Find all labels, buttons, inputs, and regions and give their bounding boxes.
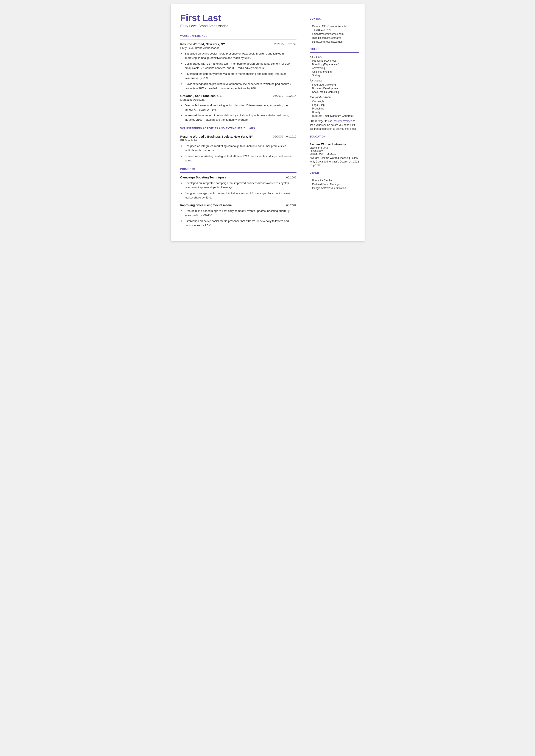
contact-email: email@resumeworded.com (310, 33, 359, 36)
other-2: Certified Brand Manager. (310, 183, 359, 186)
job-1-bullet-1: Sustained an active social media presenc… (185, 51, 296, 60)
hard-skills-list: Marketing (Advanced) Branding (Experienc… (310, 59, 359, 77)
promo-text-intro: Don't forget to use (311, 120, 333, 123)
project-2-date: 04/2009 (286, 204, 296, 207)
hard-skill-5: Styling (310, 74, 359, 77)
technique-3: Social Media Marketing (310, 91, 359, 94)
skills-section: SKILLS Hard Skills: Marketing (Advanced)… (310, 48, 359, 131)
techniques-list: Integrated Marketing Business Developmen… (310, 83, 359, 94)
vol-job-1-date: 06/2009 – 04/2010 (273, 135, 296, 138)
edu-location: Boston, MA — 05/2010 (310, 153, 359, 155)
vol-job-1-title: PR Specialist (180, 139, 296, 142)
job-2-title: Marketing Assistant (180, 98, 296, 101)
hard-skill-3: Advertising (310, 67, 359, 70)
job-2-company: Growthsi, San Francisco, CA (180, 94, 222, 98)
education-title: EDUCATION (310, 135, 359, 138)
project-1-title: Campaign Boosting Techniques (180, 176, 226, 179)
tool-4: Brandy (310, 111, 359, 114)
tagline: Entry Level Brand Ambassador (180, 24, 296, 28)
name: First Last (180, 13, 296, 23)
volunteering-title: VOLUNTEERING ACTIVITIES AND EXTRACURRICU… (180, 127, 296, 130)
tool-5: HubSpot Email Signature Generator (310, 114, 359, 118)
other-3: Google AdWords Certification. (310, 187, 359, 190)
contact-github: github.com/resumeworded (310, 40, 359, 43)
hard-skill-2: Branding (Experienced) (310, 63, 359, 66)
tool-2: Logo Crisp (310, 103, 359, 106)
hard-skill-4: Online Marketing (310, 70, 359, 73)
left-column: First Last Entry Level Brand Ambassador … (171, 4, 304, 241)
work-divider (180, 39, 296, 40)
project-2-header: Improving Sales using Social media 04/20… (180, 204, 296, 207)
job-1-bullet-4: Provided feedback on product development… (185, 81, 296, 90)
proj-2-bullet-2: Established an active social media prese… (185, 218, 296, 227)
contact-title: CONTACT (310, 17, 359, 20)
proj-2-bullet-1: Created niche-based blogs to post daily … (185, 208, 296, 217)
job-1-bullets: Sustained an active social media presenc… (185, 51, 296, 90)
hard-skill-1: Marketing (Advanced) (310, 59, 359, 62)
edu-field: Psychology (310, 149, 359, 153)
project-2-title: Improving Sales using Social media (180, 204, 232, 207)
job-1-date: 01/2015 – Present (273, 42, 296, 46)
project-2: Improving Sales using Social media 04/20… (180, 204, 296, 227)
education-section: EDUCATION Resume Worded University Bache… (310, 135, 359, 167)
job-2-bullet-2: Increased the number of online visitors … (185, 113, 296, 122)
project-2-bullets: Created niche-based blogs to post daily … (185, 208, 296, 227)
projects-section: PROJECTS Campaign Boosting Techniques 05… (180, 168, 296, 227)
vol-job-1-bullets: Designed an integrated marketing campaig… (185, 143, 296, 162)
vol-bullet-1: Designed an integrated marketing campaig… (185, 143, 296, 153)
job-2-header: Growthsi, San Francisco, CA 06/2010 – 12… (180, 94, 296, 98)
proj-1-bullet-2: Designed strategic public outreach initi… (185, 190, 296, 200)
promo-text-before: • (310, 120, 311, 123)
skills-title: SKILLS (310, 48, 359, 51)
contact-section: CONTACT Omaha, ME (Open to Remote) +1-23… (310, 17, 359, 43)
resume-container: First Last Entry Level Brand Ambassador … (171, 4, 365, 241)
skills-divider (310, 52, 359, 53)
contact-phone: +1-234-456-789 (310, 29, 359, 32)
volunteering-section: VOLUNTEERING ACTIVITIES AND EXTRACURRICU… (180, 127, 296, 162)
right-column: CONTACT Omaha, ME (Open to Remote) +1-23… (304, 4, 365, 241)
projects-title: PROJECTS (180, 168, 296, 171)
vol-job-1-header: Resume Worded's Business Society, New Yo… (180, 135, 296, 138)
edu-degree: Bachelor of Arts (310, 146, 359, 149)
edu-school: Resume Worded University (310, 143, 359, 146)
work-experience-title: WORK EXPERIENCE (180, 35, 296, 38)
hard-skills-label: Hard Skills: (310, 55, 359, 58)
proj-divider (180, 172, 296, 173)
other-section: OTHER Hootsuite Certified Certified Bran… (310, 171, 359, 190)
project-1-bullets: Developed an integrated campaign that im… (185, 181, 296, 200)
vol-job-1: Resume Worded's Business Society, New Yo… (180, 135, 296, 162)
tools-list: Zeroheight Logo Crisp Piktochart Brandy … (310, 100, 359, 118)
project-1: Campaign Boosting Techniques 05/2009 Dev… (180, 176, 296, 200)
tool-3: Piktochart (310, 107, 359, 110)
job-2-bullets: Overhauled sales and marketing action pl… (185, 102, 296, 122)
proj-1-bullet-1: Developed an integrated campaign that im… (185, 181, 296, 189)
other-divider (310, 176, 359, 176)
work-experience-section: WORK EXPERIENCE Resume Worded, New York,… (180, 35, 296, 122)
job-1: Resume Worded, New York, NY 01/2015 – Pr… (180, 42, 296, 90)
techniques-label: Techniques: (310, 79, 359, 82)
job-2: Growthsi, San Francisco, CA 06/2010 – 12… (180, 94, 296, 122)
job-2-bullet-1: Overhauled sales and marketing action pl… (185, 102, 296, 112)
contact-linkedin: linkedin.com/in/username (310, 37, 359, 40)
technique-1: Integrated Marketing (310, 83, 359, 86)
contact-list: Omaha, ME (Open to Remote) +1-234-456-78… (310, 25, 359, 43)
other-title: OTHER (310, 171, 359, 174)
project-1-header: Campaign Boosting Techniques 05/2009 (180, 176, 296, 179)
job-1-company: Resume Worded, New York, NY (180, 42, 225, 46)
technique-2: Business Development (310, 87, 359, 90)
job-2-date: 06/2010 – 12/2014 (273, 94, 296, 98)
resume-worded-link[interactable]: Resume Worded (333, 120, 352, 123)
job-1-bullet-2: Collaborated with 11 marketing team memb… (185, 61, 296, 70)
job-1-bullet-3: Advertised the company brand via in-stor… (185, 71, 296, 80)
job-1-title: Entry Level Brand Ambassador (180, 46, 296, 49)
vol-job-1-company: Resume Worded's Business Society, New Yo… (180, 135, 253, 138)
project-1-date: 05/2009 (286, 176, 296, 179)
edu-awards: Awards: Resume Worded Teaching Fellow (o… (310, 156, 359, 167)
vol-bullet-2: Created new marketing strategies that at… (185, 154, 296, 162)
promo-block: • Don't forget to use Resume Worded to s… (310, 119, 359, 131)
other-1: Hootsuite Certified (310, 179, 359, 182)
other-list: Hootsuite Certified Certified Brand Mana… (310, 179, 359, 190)
contact-location: Omaha, ME (Open to Remote) (310, 25, 359, 28)
tool-1: Zeroheight (310, 100, 359, 103)
job-1-header: Resume Worded, New York, NY 01/2015 – Pr… (180, 42, 296, 46)
